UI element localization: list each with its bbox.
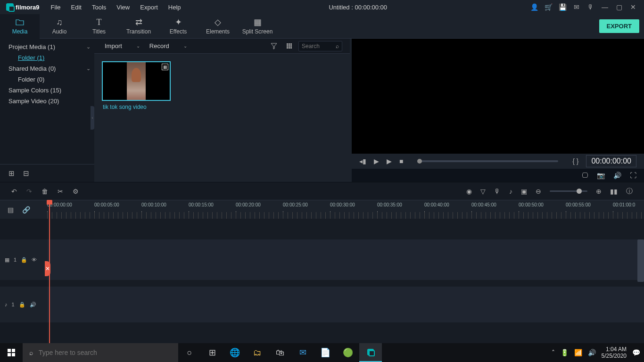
explorer-icon[interactable]: 🗂	[246, 343, 269, 362]
mic-icon[interactable]: 🎙	[587, 3, 594, 11]
lock-icon[interactable]: 🔒	[21, 257, 27, 263]
preview-viewport[interactable]	[352, 39, 644, 154]
minimize-button[interactable]: —	[601, 3, 609, 11]
track-manager-icon[interactable]: ▤	[8, 206, 14, 214]
stop-button[interactable]: ■	[399, 157, 403, 165]
eye-icon[interactable]: 👁	[32, 257, 37, 263]
undo-button[interactable]: ↶	[11, 188, 17, 195]
filter-icon[interactable]	[268, 42, 280, 50]
menu-file[interactable]: File	[46, 2, 66, 13]
media-clip[interactable]: ▦ tik tok song video	[102, 61, 171, 110]
close-button[interactable]: ✕	[629, 3, 637, 11]
next-frame-button[interactable]: ▶	[387, 157, 392, 165]
menu-edit[interactable]: Edit	[66, 2, 86, 13]
ruler-scale[interactable]: 00:00:00:0000:00:05:0000:00:10:0000:00:1…	[47, 200, 644, 219]
export-button[interactable]: EXPORT	[599, 19, 639, 33]
prev-frame-button[interactable]: ◂▮	[359, 157, 366, 165]
redo-button[interactable]: ↷	[26, 188, 32, 195]
search-input[interactable]	[302, 43, 336, 49]
audio-mixer-icon[interactable]: ♪	[509, 188, 512, 195]
snapshot-icon[interactable]: 📷	[597, 172, 605, 179]
display-settings-icon[interactable]: 🖵	[582, 172, 588, 179]
video-track-header[interactable]: ▦1 🔒 👁	[0, 239, 47, 280]
tab-split-screen[interactable]: ▦ Split Screen	[238, 14, 277, 39]
voiceover-icon[interactable]: 🎙	[494, 188, 501, 195]
audio-track-header[interactable]: ♪1 🔒 🔊	[0, 287, 47, 322]
lock-icon[interactable]: 🔒	[19, 302, 25, 308]
video-track-lane[interactable]	[47, 239, 644, 280]
grid-view-icon[interactable]	[284, 42, 295, 49]
media-browser: Import⌄ Record⌄ ⌕ ‹ ▦ tik tok song video	[94, 39, 350, 182]
account-icon[interactable]: 👤	[530, 3, 538, 11]
taskbar-search[interactable]: ⌕	[23, 343, 178, 362]
tab-media[interactable]: Media	[0, 14, 40, 39]
timeline-canvas[interactable]: ✕	[47, 219, 644, 343]
playhead[interactable]	[49, 200, 50, 343]
collapse-handle[interactable]: ‹	[91, 106, 94, 130]
zoom-fit-button[interactable]: ▮▮	[610, 188, 618, 195]
audio-track-lane[interactable]	[47, 287, 644, 322]
search-icon[interactable]: ⌕	[336, 43, 339, 49]
render-preview-icon[interactable]: ◉	[466, 188, 472, 195]
filmora-taskbar-icon[interactable]	[359, 343, 382, 362]
mail-icon[interactable]: ✉	[573, 3, 580, 11]
tab-elements[interactable]: ◇ Elements	[198, 14, 238, 39]
menu-tools[interactable]: Tools	[87, 2, 111, 13]
task-view-icon[interactable]: ⊞	[201, 343, 223, 362]
start-button[interactable]	[0, 343, 23, 362]
speaker-icon[interactable]: 🔊	[588, 349, 596, 356]
tree-folder-0[interactable]: Folder (0)	[0, 74, 94, 85]
tab-label: Media	[12, 28, 28, 35]
add-folder-icon[interactable]: ⊞	[8, 169, 15, 178]
menu-help[interactable]: Help	[164, 2, 186, 13]
zoom-slider[interactable]	[550, 190, 587, 192]
mail-app-icon[interactable]: ✉	[291, 343, 314, 362]
menu-view[interactable]: View	[112, 2, 134, 13]
tab-titles[interactable]: T Titles	[79, 14, 119, 39]
tray-clock[interactable]: 1:04 AM 5/25/2020	[602, 346, 627, 359]
crop-icon[interactable]: ▣	[521, 188, 527, 195]
store-icon[interactable]: 🛍	[269, 343, 291, 362]
help-icon[interactable]: ⓘ	[626, 187, 633, 196]
cortana-icon[interactable]: ○	[178, 343, 201, 362]
mute-icon[interactable]: 🔊	[30, 302, 36, 308]
tab-transition[interactable]: ⇄ Transition	[119, 14, 158, 39]
timeline-scrollbar[interactable]	[637, 239, 644, 282]
zoom-in-button[interactable]: ⊕	[596, 188, 602, 195]
tree-sample-video[interactable]: Sample Video (20)	[0, 96, 94, 107]
tree-sample-colors[interactable]: Sample Colors (15)	[0, 85, 94, 96]
cart-icon[interactable]: 🛒	[545, 3, 552, 11]
play-button[interactable]: ▶	[374, 157, 379, 165]
menu-export[interactable]: Export	[135, 2, 163, 13]
link-icon[interactable]: 🔗	[22, 206, 30, 214]
tab-effects[interactable]: ✦ Effects	[158, 14, 198, 39]
wifi-icon[interactable]: 📶	[574, 349, 582, 356]
marker-icon[interactable]: ▽	[480, 188, 486, 195]
fullscreen-icon[interactable]: ⛶	[630, 172, 636, 179]
import-dropdown[interactable]: Import⌄	[102, 41, 143, 51]
battery-icon[interactable]: 🔋	[561, 349, 569, 356]
media-search[interactable]: ⌕	[298, 41, 342, 51]
volume-icon[interactable]: 🔊	[613, 172, 621, 179]
tray-chevron-icon[interactable]: ˄	[552, 349, 555, 356]
delete-button[interactable]: 🗑	[41, 188, 48, 195]
tree-folder-1[interactable]: Folder (1)	[0, 52, 94, 63]
adjust-button[interactable]: ⚙	[73, 188, 79, 195]
chrome-icon[interactable]: 🟢	[337, 343, 359, 362]
split-button[interactable]: ✂	[58, 188, 63, 195]
save-icon[interactable]: 💾	[559, 3, 566, 11]
tree-actions: ⊞ ⊟	[0, 164, 94, 182]
edge-icon[interactable]: 🌐	[223, 343, 246, 362]
notifications-icon[interactable]: 💬	[632, 349, 640, 356]
preview-seek[interactable]	[417, 160, 558, 162]
tab-audio[interactable]: ♫ Audio	[40, 14, 79, 39]
zoom-out-button[interactable]: ⊖	[536, 188, 541, 195]
tree-shared-media[interactable]: Shared Media (0)⌄	[0, 63, 94, 74]
delete-folder-icon[interactable]: ⊟	[23, 169, 29, 178]
word-icon[interactable]: 📄	[314, 343, 337, 362]
mark-in-out[interactable]: { }	[572, 157, 578, 165]
search-input[interactable]	[39, 349, 172, 356]
tree-project-media[interactable]: Project Media (1)⌄	[0, 41, 94, 52]
record-dropdown[interactable]: Record⌄	[147, 41, 190, 51]
maximize-button[interactable]: ▢	[615, 3, 623, 11]
